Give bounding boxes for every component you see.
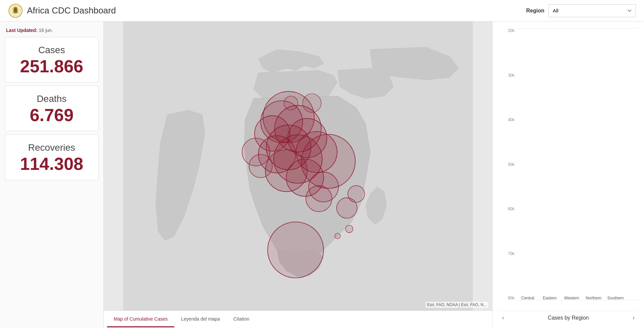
svg-point-25 <box>302 94 321 112</box>
svg-point-24 <box>249 154 272 178</box>
cases-card: Cases 251.866 <box>5 37 99 82</box>
y-label-40k: 40k <box>508 117 514 122</box>
cases-value: 251.866 <box>20 57 83 76</box>
svg-point-18 <box>267 222 323 278</box>
chart-container: 80k 70k 60k 50k 40k 30k 20k <box>498 28 639 311</box>
bar-label-central: Central <box>521 296 534 300</box>
bar-item-northern[interactable]: Northern <box>584 294 603 300</box>
recoveries-label: Recoveries <box>28 142 75 153</box>
tab-leyenda[interactable]: Leyenda del mapa <box>174 312 226 327</box>
y-label-30k: 30k <box>508 73 514 78</box>
deaths-value: 6.769 <box>30 106 73 125</box>
logo-icon <box>8 3 23 18</box>
bar-label-southern: Southern <box>607 296 624 300</box>
map-svg <box>104 22 492 311</box>
bar-chart: 80k 70k 60k 50k 40k 30k 20k <box>498 28 639 311</box>
chart-nav: ‹ Cases by Region › <box>498 311 639 325</box>
svg-point-21 <box>346 225 353 232</box>
chart-prev-arrow[interactable]: ‹ <box>499 313 507 323</box>
recoveries-value: 114.308 <box>20 154 83 174</box>
right-panel: 80k 70k 60k 50k 40k 30k 20k <box>493 22 644 328</box>
bar-item-eastern[interactable]: Eastern <box>540 294 559 300</box>
region-select[interactable]: All Central Eastern Western Northern Sou… <box>548 4 636 17</box>
deaths-label: Deaths <box>37 94 67 104</box>
y-label-60k: 60k <box>508 207 514 211</box>
grid-line-30k <box>516 28 639 29</box>
tab-citation[interactable]: Citation <box>227 312 256 327</box>
bar-item-southern[interactable]: Southern <box>606 294 625 300</box>
recoveries-card: Recoveries 114.308 <box>5 135 99 180</box>
bar-label-northern: Northern <box>586 296 602 300</box>
bar-label-western: Western <box>564 296 579 300</box>
chart-nav-title: Cases by Region <box>548 315 589 321</box>
y-label-50k: 50k <box>508 162 514 167</box>
last-updated-date: 16 jun. <box>39 28 53 33</box>
region-label: Region <box>526 8 544 14</box>
tab-map-cumulative[interactable]: Map of Cumulative Cases <box>107 312 174 327</box>
deaths-card: Deaths 6.769 <box>5 86 99 131</box>
cases-label: Cases <box>38 45 65 56</box>
center-panel: Esri, FAO, NOAA | Esri, FAO, N... Map of… <box>104 22 493 328</box>
map-tabs: Map of Cumulative Cases Leyenda del mapa… <box>104 311 492 328</box>
y-label-80k: 80k <box>508 296 514 300</box>
map-area[interactable]: Esri, FAO, NOAA | Esri, FAO, N... <box>104 22 492 311</box>
bars-group: CentralEasternWesternNorthernSouthern <box>518 32 625 300</box>
svg-point-26 <box>284 96 298 110</box>
header-right: Region All Central Eastern Western North… <box>526 4 636 17</box>
svg-point-17 <box>306 186 332 212</box>
app-title: Africa CDC Dashboard <box>27 5 116 16</box>
y-label-20k: 20k <box>508 28 514 33</box>
last-updated-label: Last Updated: <box>6 28 37 33</box>
last-updated: Last Updated: 16 jun. <box>5 26 99 34</box>
svg-point-20 <box>348 186 365 203</box>
main-content: Last Updated: 16 jun. Cases 251.866 Deat… <box>0 22 644 328</box>
y-label-70k: 70k <box>508 251 514 256</box>
y-axis: 80k 70k 60k 50k 40k 30k 20k <box>498 28 516 300</box>
bar-item-central[interactable]: Central <box>518 294 537 300</box>
header-left: Africa CDC Dashboard <box>8 3 116 18</box>
left-panel: Last Updated: 16 jun. Cases 251.866 Deat… <box>0 22 104 328</box>
chart-next-arrow[interactable]: › <box>630 313 637 323</box>
bar-item-western[interactable]: Western <box>562 294 581 300</box>
bar-chart-inner: 80k 70k 60k 50k 40k 30k 20k <box>498 28 639 311</box>
map-attribution: Esri, FAO, NOAA | Esri, FAO, N... <box>426 302 488 308</box>
bar-label-eastern: Eastern <box>543 296 557 300</box>
svg-point-22 <box>335 233 341 239</box>
header: Africa CDC Dashboard Region All Central … <box>0 0 644 22</box>
